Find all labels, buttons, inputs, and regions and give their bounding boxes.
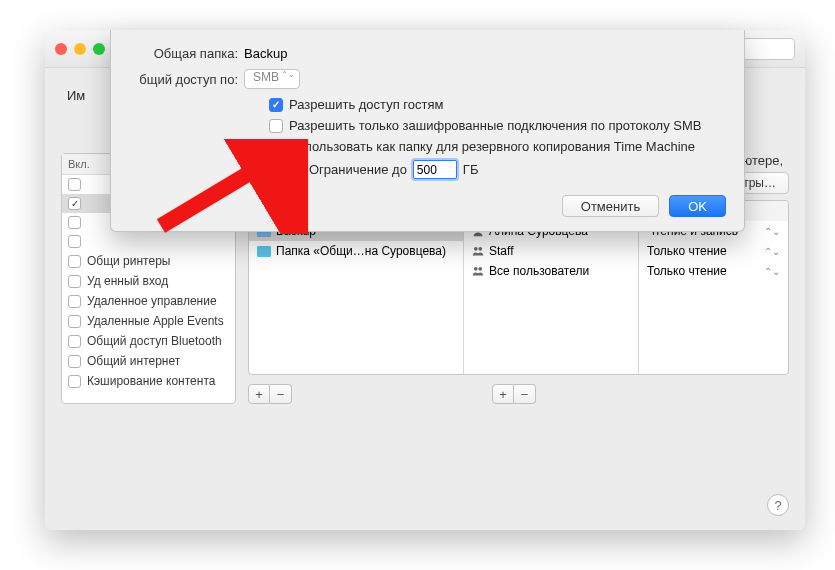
permission-row[interactable]: Только чтение⌃⌄ bbox=[639, 261, 788, 281]
option-label: Разрешить доступ гостям bbox=[289, 97, 443, 112]
checkbox-icon[interactable] bbox=[68, 216, 81, 229]
svg-point-12 bbox=[474, 247, 478, 251]
option-label: Использовать как папку для резервного ко… bbox=[289, 139, 695, 154]
service-label: Удаленное управление bbox=[87, 294, 217, 308]
user-row[interactable]: Staff bbox=[464, 241, 638, 261]
share-over-label: бщий доступ по: bbox=[129, 72, 244, 87]
permission-label: Только чтение bbox=[647, 244, 727, 258]
service-label: Общий доступ Bluetooth bbox=[87, 334, 222, 348]
service-row[interactable]: Кэширование контента bbox=[62, 371, 235, 391]
checkbox-icon[interactable] bbox=[269, 98, 283, 112]
size-limit-input[interactable] bbox=[413, 160, 457, 179]
service-row[interactable]: Удаленное управление bbox=[62, 291, 235, 311]
service-label: Кэширование контента bbox=[87, 374, 215, 388]
checkbox-icon[interactable] bbox=[68, 295, 81, 308]
service-row[interactable]: Общий доступ Bluetooth bbox=[62, 331, 235, 351]
folders-add-remove: + − bbox=[248, 384, 292, 404]
service-row[interactable]: Общий интернет bbox=[62, 351, 235, 371]
user-row[interactable]: Все пользователи bbox=[464, 261, 638, 281]
service-row[interactable] bbox=[62, 232, 235, 251]
svg-point-13 bbox=[478, 247, 482, 251]
cancel-button[interactable]: Отменить bbox=[562, 195, 659, 217]
folder-label: Папка «Общи…на Суровцева) bbox=[276, 244, 446, 258]
checkbox-icon[interactable] bbox=[68, 178, 81, 191]
ok-button[interactable]: OK bbox=[669, 195, 726, 217]
checkbox-icon[interactable] bbox=[68, 375, 81, 388]
checkbox-icon[interactable] bbox=[289, 163, 303, 177]
folder-options-sheet: Общая папка: Backup бщий доступ по: SMB … bbox=[110, 30, 745, 232]
folder-name-label: Общая папка: bbox=[129, 46, 244, 61]
zoom-icon[interactable] bbox=[93, 43, 105, 55]
checkbox-icon[interactable] bbox=[68, 275, 81, 288]
group-icon bbox=[472, 265, 484, 277]
service-row[interactable]: Общи ринтеры bbox=[62, 251, 235, 271]
chevron-updown-icon: ⌃⌄ bbox=[764, 246, 780, 257]
user-label: Все пользователи bbox=[489, 264, 589, 278]
permission-row[interactable]: Только чтение⌃⌄ bbox=[639, 241, 788, 261]
traffic-lights bbox=[55, 43, 105, 55]
close-icon[interactable] bbox=[55, 43, 67, 55]
chevron-updown-icon: ⌃⌄ bbox=[764, 266, 780, 277]
minimize-icon[interactable] bbox=[74, 43, 86, 55]
service-label: Общи ринтеры bbox=[87, 254, 170, 268]
checkbox-icon[interactable] bbox=[269, 119, 283, 133]
service-row[interactable]: Уд енный вход bbox=[62, 271, 235, 291]
checkbox-icon[interactable] bbox=[68, 335, 81, 348]
checkbox-icon[interactable] bbox=[68, 197, 81, 210]
checkbox-icon[interactable] bbox=[68, 255, 81, 268]
folder-icon bbox=[257, 246, 271, 257]
checkbox-icon[interactable] bbox=[68, 315, 81, 328]
checkbox-icon[interactable] bbox=[269, 140, 283, 154]
encrypted-smb-option[interactable]: Разрешить только зашифрованные подключен… bbox=[269, 118, 726, 133]
svg-point-15 bbox=[478, 267, 482, 271]
share-protocol-select[interactable]: SMB bbox=[244, 69, 300, 89]
service-label: Общий интернет bbox=[87, 354, 180, 368]
checkbox-icon[interactable] bbox=[68, 355, 81, 368]
remove-user-button[interactable]: − bbox=[514, 384, 536, 404]
group-icon bbox=[472, 245, 484, 257]
remove-folder-button[interactable]: − bbox=[270, 384, 292, 404]
service-label: Уд енный вход bbox=[87, 274, 168, 288]
time-machine-option[interactable]: Использовать как папку для резервного ко… bbox=[269, 139, 726, 154]
size-limit-option[interactable]: Ограничение до ГБ bbox=[289, 160, 726, 179]
preferences-window: ‹ › Общий доступ Поиск Им Вкл. Общи ринт… bbox=[45, 30, 805, 530]
service-label: Удаленные Apple Events bbox=[87, 314, 224, 328]
add-folder-button[interactable]: + bbox=[248, 384, 270, 404]
add-user-button[interactable]: + bbox=[492, 384, 514, 404]
guest-access-option[interactable]: Разрешить доступ гостям bbox=[269, 97, 726, 112]
service-row[interactable]: Удаленные Apple Events bbox=[62, 311, 235, 331]
help-button[interactable]: ? bbox=[767, 494, 789, 516]
chevron-updown-icon: ⌃⌄ bbox=[764, 226, 780, 237]
permission-label: Только чтение bbox=[647, 264, 727, 278]
users-add-remove: + − bbox=[492, 384, 536, 404]
folder-name-value: Backup bbox=[244, 46, 287, 61]
option-label: Разрешить только зашифрованные подключен… bbox=[289, 118, 701, 133]
user-label: Staff bbox=[489, 244, 513, 258]
checkbox-icon[interactable] bbox=[68, 235, 81, 248]
option-label-pre: Ограничение до bbox=[309, 162, 407, 177]
folder-row[interactable]: Папка «Общи…на Суровцева) bbox=[249, 241, 463, 261]
option-label-post: ГБ bbox=[463, 162, 479, 177]
svg-point-14 bbox=[474, 267, 478, 271]
